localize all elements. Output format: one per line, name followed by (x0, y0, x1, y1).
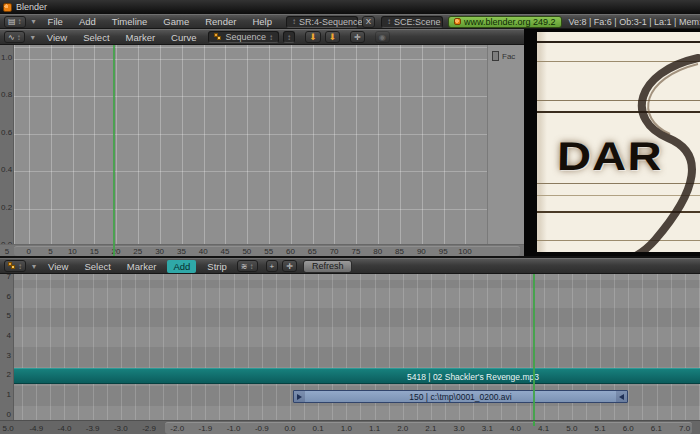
audio-strip[interactable]: 5418 | 02 Shackler's Revenge.mp3 (14, 368, 700, 384)
y-tick-label: 0.6 (0, 128, 14, 165)
crosshair-icon: ✛ (286, 262, 293, 271)
channel-row[interactable]: Fac (492, 51, 524, 61)
x-tick-label: 45 (214, 247, 236, 256)
x-tick-label: 25 (127, 247, 149, 256)
time-tick-label: -3.0 (107, 424, 135, 433)
y-tick-label: 0.8 (0, 90, 14, 127)
scene-selector[interactable]: ↕ SCE:Scene (381, 16, 443, 28)
window-title: Blender (16, 2, 47, 12)
os-titlebar[interactable]: Blender (0, 0, 700, 14)
menu-item[interactable]: View (40, 261, 76, 272)
pin-icon: ◉ (379, 33, 386, 42)
screen-selector-value: SR:4-Sequence (299, 17, 363, 27)
time-tick-label: -3.9 (79, 424, 107, 433)
menu-item[interactable]: File (40, 16, 71, 27)
menu-item[interactable]: Add (71, 16, 104, 27)
paste-curves-button[interactable]: ⬇ (325, 31, 341, 43)
menu-item[interactable]: Select (76, 261, 118, 272)
pan-view-button[interactable]: ✛ (350, 31, 365, 43)
ipo-type-value: Sequence (225, 32, 266, 42)
video-strip[interactable]: 150 | c:\tmp\0001_0200.avi (293, 390, 628, 403)
ipo-curve-canvas[interactable] (14, 45, 487, 244)
x-tick-label: 60 (280, 247, 302, 256)
browse-arrows-icon: ↕ (387, 17, 391, 26)
ipo-x-axis[interactable]: 5051015202530354045505560657075808590951… (0, 244, 524, 256)
window-type-button[interactable]: ▤↕ (4, 16, 26, 28)
x-tick-label: 40 (192, 247, 214, 256)
vse-time-axis[interactable]: 5.0-4.9-4.0-3.9-3.0-2.9-2.0-1.9-1.0-0.90… (0, 420, 700, 434)
time-tick-label: -4.9 (22, 424, 50, 433)
scene-stats: Ve:8 | Fa:6 | Ob:3-1 | La:1 | Mem:2.05M … (569, 17, 700, 27)
y-tick-label: 0.4 (0, 165, 14, 202)
close-screen-button[interactable]: X (362, 16, 375, 28)
x-tick-label: 35 (171, 247, 193, 256)
ipo-type-selector[interactable]: Sequence ↕ (208, 31, 279, 43)
channel-tick-label: 6 (0, 292, 13, 312)
menu-item[interactable]: View (39, 32, 75, 43)
time-tick-label: 6.1 (642, 424, 670, 433)
time-tick-label: 2.1 (417, 424, 445, 433)
menu-item[interactable]: Curve (163, 32, 204, 43)
time-tick-label: -0.9 (248, 424, 276, 433)
vse-window-type-button[interactable]: ↕ (4, 260, 26, 272)
time-tick-label: 5.0 (558, 424, 586, 433)
channel-color-swatch[interactable] (492, 51, 499, 61)
ipo-editor-area: 1.00.80.60.40.20.0 Fac 50510152025303540… (0, 45, 524, 256)
right-arrow-icon (297, 394, 302, 400)
time-tick-label: 1.0 (332, 424, 360, 433)
collapse-menus-icon[interactable]: ▾ (28, 262, 40, 271)
strip-right-handle[interactable] (616, 391, 627, 402)
time-tick-label: 0.0 (276, 424, 304, 433)
menu-item[interactable]: Game (155, 16, 197, 27)
window-type-icon: ▤ (8, 17, 16, 26)
pan-view-button[interactable]: ✛ (282, 260, 297, 272)
menu-item[interactable]: Timeline (104, 16, 156, 27)
version-button[interactable]: www.blender.org 249.2 (448, 16, 562, 28)
x-tick-label: 80 (367, 247, 389, 256)
audio-strip-label: 5418 | 02 Shackler's Revenge.mp3 (407, 372, 539, 382)
strip-left-handle[interactable] (294, 391, 305, 402)
collapse-menus-icon[interactable]: ▾ (28, 17, 40, 26)
crosshair-icon: ✛ (354, 33, 361, 42)
menu-item[interactable]: Marker (119, 261, 165, 272)
ipo-header: ∿↕ ▾ ViewSelectMarkerCurve Sequence ↕ ↕ … (0, 29, 524, 45)
menu-item[interactable]: Render (197, 16, 244, 27)
vse-header: ↕ ▾ ViewSelectMarker Add Strip ≋ ↕ + ✛ R… (0, 258, 700, 274)
copy-icon: ⬇ (309, 33, 317, 41)
time-tick-label: 2.0 (389, 424, 417, 433)
dropdown-arrows-icon: ↕ (18, 17, 22, 26)
preview-title-text: DAR (557, 134, 664, 179)
time-tick-label: 6.0 (614, 424, 642, 433)
current-frame-line[interactable] (533, 274, 535, 420)
ipo-window-type-button[interactable]: ∿↕ (4, 31, 25, 43)
x-tick-label: 85 (389, 247, 411, 256)
time-tick-label: 3.0 (445, 424, 473, 433)
scanline (537, 41, 700, 43)
ipo-datablock-browse[interactable]: ↕ (283, 31, 295, 43)
copy-curves-button[interactable]: ⬇ (305, 31, 321, 43)
menu-item[interactable]: Strip (199, 261, 235, 272)
close-icon: X (366, 17, 371, 26)
display-mode-button[interactable]: ≋ ↕ (237, 260, 258, 272)
blender-logo-icon (3, 3, 12, 12)
x-tick-label: 0 (18, 247, 40, 256)
time-tick-label: -1.0 (220, 424, 248, 433)
time-tick-label: -4.0 (50, 424, 78, 433)
menu-item[interactable]: Help (244, 16, 280, 27)
zoom-border-button[interactable]: + (266, 260, 279, 272)
collapse-menus-icon[interactable]: ▾ (27, 33, 39, 42)
x-tick-label: 70 (323, 247, 345, 256)
menu-item[interactable]: Select (75, 32, 117, 43)
menu-item-add-active[interactable]: Add (167, 260, 196, 273)
sequence-preview-image: DAR (537, 32, 700, 252)
screen-selector[interactable]: ↕ SR:4-Sequence (286, 16, 358, 28)
pin-button[interactable]: ◉ (375, 31, 390, 43)
channel-name: Fac (502, 52, 515, 61)
menu-item[interactable]: Marker (118, 32, 164, 43)
x-tick-label: 50 (236, 247, 258, 256)
current-frame-line[interactable] (113, 45, 115, 256)
blender-window: Blender ▤↕ ▾ FileAddTimelineGameRenderHe… (0, 0, 700, 434)
channel-tick-label: 0 (0, 410, 13, 420)
refresh-button[interactable]: Refresh (303, 260, 353, 273)
time-tick-label: 4.0 (501, 424, 529, 433)
